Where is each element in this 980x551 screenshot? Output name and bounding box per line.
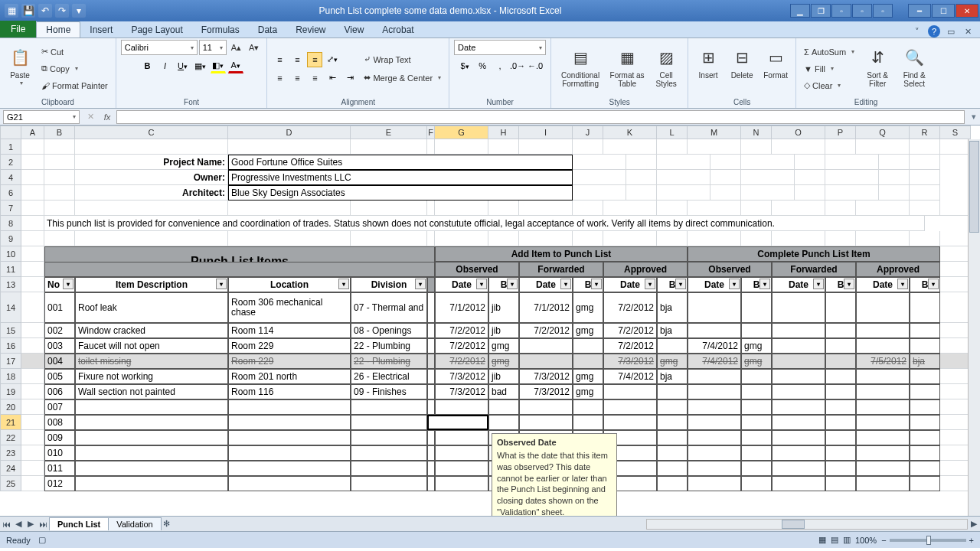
cell[interactable]	[940, 323, 971, 338]
col-header-H[interactable]: H	[488, 126, 519, 139]
cell[interactable]	[825, 185, 879, 201]
indent-dec-icon[interactable]: ⇤	[325, 70, 340, 86]
cell[interactable]: Observed	[688, 262, 772, 277]
cell[interactable]: 004	[44, 354, 75, 369]
cell[interactable]: No▾	[44, 277, 75, 292]
cell[interactable]	[228, 139, 351, 155]
font-name-selector[interactable]: Calibri▾	[121, 40, 198, 55]
cell[interactable]	[825, 354, 856, 369]
cell[interactable]	[603, 415, 657, 430]
cell[interactable]	[856, 201, 910, 216]
cell[interactable]	[657, 430, 688, 445]
tab-data[interactable]: Data	[249, 22, 286, 37]
cell[interactable]: 002	[44, 323, 75, 338]
cell[interactable]: 7/3/2012	[519, 369, 573, 384]
cell[interactable]	[772, 461, 825, 476]
qat-customize-icon[interactable]: ▾	[72, 4, 86, 18]
col-header-A[interactable]: A	[21, 126, 44, 139]
cell[interactable]	[21, 415, 44, 430]
cell[interactable]	[741, 461, 772, 476]
number-format-selector[interactable]: Date▾	[454, 40, 546, 55]
cell[interactable]	[856, 292, 910, 323]
cell[interactable]: Fixure not working	[75, 369, 228, 384]
cell[interactable]	[741, 445, 772, 461]
row-header[interactable]: 7	[0, 201, 21, 216]
align-middle-icon[interactable]: ≡	[289, 52, 305, 67]
row-header[interactable]: 25	[0, 476, 21, 491]
cell[interactable]	[856, 323, 910, 338]
cell[interactable]: 007	[44, 399, 75, 415]
cell[interactable]: 012	[44, 476, 75, 491]
cell[interactable]	[688, 369, 741, 384]
bold-icon[interactable]: B	[140, 58, 155, 73]
cell[interactable]	[603, 231, 657, 246]
sheet-tab-punch-list[interactable]: Punch List	[49, 517, 109, 530]
cell[interactable]	[519, 354, 573, 369]
cell[interactable]	[657, 461, 688, 476]
cell[interactable]	[710, 185, 741, 201]
cell[interactable]	[519, 399, 573, 415]
row-header[interactable]: 21	[0, 415, 21, 430]
cell[interactable]: Room 229	[228, 354, 351, 369]
cell[interactable]	[940, 461, 971, 476]
cell[interactable]	[910, 384, 940, 399]
col-header-L[interactable]: L	[657, 126, 688, 139]
cut-button[interactable]: ✂Cut	[38, 44, 111, 60]
cell[interactable]	[21, 445, 44, 461]
cell[interactable]: 009	[44, 430, 75, 445]
cell[interactable]	[879, 155, 910, 170]
row-header[interactable]: 13	[0, 277, 21, 292]
cell[interactable]	[741, 170, 795, 185]
cell[interactable]	[488, 399, 519, 415]
new-sheet-icon[interactable]: ✻	[161, 519, 173, 529]
cell[interactable]	[856, 369, 910, 384]
cell[interactable]	[772, 369, 825, 384]
col-header-S[interactable]: S	[940, 126, 971, 139]
cell[interactable]	[21, 476, 44, 491]
cell[interactable]: gmg	[657, 354, 688, 369]
cell[interactable]	[21, 430, 44, 445]
cell[interactable]	[910, 476, 940, 491]
cell[interactable]: 006	[44, 384, 75, 399]
cell[interactable]	[427, 354, 435, 369]
cell[interactable]	[910, 369, 940, 384]
cell[interactable]: bja	[657, 369, 688, 384]
zoom-level[interactable]: 100%	[855, 536, 877, 545]
font-color-icon[interactable]: A▾	[228, 58, 243, 73]
cell[interactable]	[688, 231, 741, 246]
ribbon-minimize-icon[interactable]: ˅	[911, 25, 923, 37]
cell[interactable]	[427, 430, 435, 445]
cell[interactable]: 7/5/2012	[856, 354, 910, 369]
view-layout-icon[interactable]: ▤	[831, 535, 838, 545]
cell[interactable]	[427, 369, 435, 384]
cell[interactable]: This punch list is provided for convenie…	[44, 216, 925, 231]
comma-icon[interactable]: ,	[492, 58, 508, 73]
cell[interactable]	[710, 170, 741, 185]
cell[interactable]: gmg	[741, 354, 772, 369]
cancel-fx-icon[interactable]: ✕	[83, 112, 98, 122]
doc-4-icon[interactable]: ▫	[852, 4, 872, 18]
cell[interactable]	[427, 461, 435, 476]
cell[interactable]: Wall section not painted	[75, 384, 228, 399]
row-header[interactable]: 4	[0, 170, 21, 185]
cell[interactable]	[21, 399, 44, 415]
cell[interactable]	[488, 201, 519, 216]
cell[interactable]	[940, 292, 971, 323]
cell[interactable]	[741, 384, 772, 399]
cell[interactable]: 22 - Plumbing	[351, 354, 427, 369]
cell[interactable]	[772, 476, 825, 491]
font-size-selector[interactable]: 11▾	[199, 40, 227, 55]
cell[interactable]	[573, 354, 603, 369]
cell[interactable]: Approved	[856, 262, 940, 277]
cell[interactable]	[879, 170, 910, 185]
cell[interactable]	[75, 231, 228, 246]
cell[interactable]: Room 229	[228, 338, 351, 354]
cell[interactable]	[657, 201, 688, 216]
cell[interactable]	[435, 231, 488, 246]
col-header-E[interactable]: E	[351, 126, 427, 139]
cell[interactable]: 08 - Openings	[351, 323, 427, 338]
cell[interactable]	[21, 384, 44, 399]
cell[interactable]: 7/4/2012	[688, 354, 741, 369]
cell[interactable]	[427, 338, 435, 354]
fill-button[interactable]: ▼Fill▾	[801, 61, 858, 77]
